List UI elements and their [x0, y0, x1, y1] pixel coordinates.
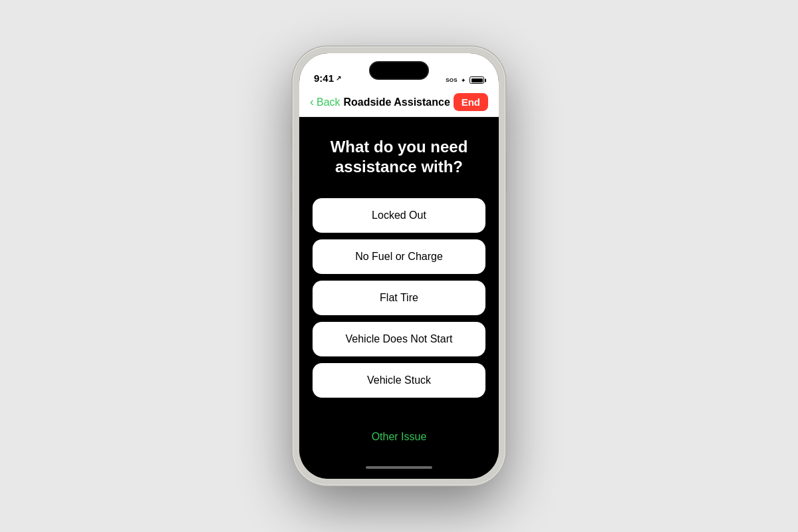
volume-down-button[interactable]: [291, 190, 293, 214]
status-time: 9:41 ↗: [314, 72, 341, 84]
battery-icon: [469, 76, 484, 84]
other-issue-button[interactable]: Other Issue: [372, 418, 427, 443]
phone-screen: 9:41 ↗ SOS ✦ ‹ Back Roadside Assistance …: [299, 53, 499, 479]
sos-label: SOS: [446, 77, 458, 83]
option-locked-out[interactable]: Locked Out: [313, 198, 485, 233]
nav-bar: ‹ Back Roadside Assistance End: [299, 88, 499, 117]
option-no-fuel[interactable]: No Fuel or Charge: [313, 239, 485, 274]
time-display: 9:41: [314, 72, 334, 84]
location-icon: ↗: [336, 74, 341, 82]
action-mode-icon: ✦: [461, 77, 466, 84]
question-title: What do you need assistance with?: [313, 137, 485, 177]
back-button[interactable]: ‹ Back: [310, 96, 340, 108]
end-button[interactable]: End: [454, 93, 488, 111]
volume-up-button[interactable]: [291, 158, 293, 182]
home-indicator: [299, 456, 499, 479]
chevron-left-icon: ‹: [310, 96, 314, 108]
dynamic-island: [369, 61, 429, 80]
option-no-start[interactable]: Vehicle Does Not Start: [313, 322, 485, 356]
home-bar: [366, 466, 432, 469]
nav-title: Roadside Assistance: [343, 96, 450, 108]
options-list: Locked Out No Fuel or Charge Flat Tire V…: [313, 198, 485, 398]
main-content: What do you need assistance with? Locked…: [299, 117, 499, 456]
power-button[interactable]: [505, 153, 507, 193]
option-flat-tire[interactable]: Flat Tire: [313, 281, 485, 315]
back-label: Back: [317, 96, 340, 108]
status-icons: SOS ✦: [446, 76, 484, 84]
option-stuck[interactable]: Vehicle Stuck: [313, 363, 485, 398]
phone-device: 9:41 ↗ SOS ✦ ‹ Back Roadside Assistance …: [293, 47, 505, 485]
